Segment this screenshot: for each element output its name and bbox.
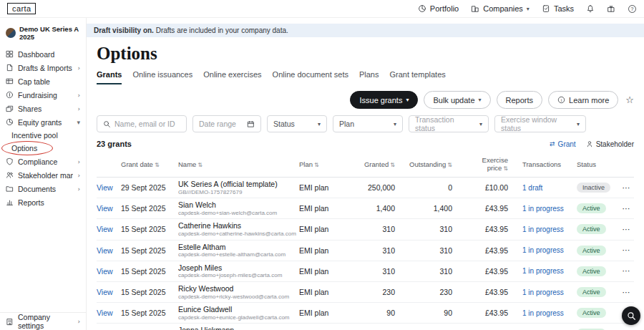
outstanding-cell: 310 <box>402 246 459 255</box>
sidebar-item-stakeholder-management[interactable]: Stakeholder management › <box>0 168 86 182</box>
exercise-price-cell: £43.95 <box>459 309 515 317</box>
status-filter[interactable]: Status ▾ <box>267 115 327 132</box>
transactions-link[interactable]: 1 in progress <box>515 309 577 317</box>
exercise-price-cell: £43.95 <box>459 267 515 276</box>
plan-cell: EMI plan <box>299 225 352 233</box>
grant-date-cell: 15 Sept 2025 <box>121 267 178 276</box>
reports-button[interactable]: Reports <box>497 91 543 109</box>
sidebar-item-shares[interactable]: Shares › <box>0 102 86 115</box>
row-menu-button[interactable]: ⋯ <box>618 225 634 234</box>
sidebar-item-reports[interactable]: Reports <box>0 195 86 209</box>
sidebar-item-label: Documents <box>18 185 73 193</box>
col-granted[interactable]: Granted⇅ <box>352 160 402 168</box>
sort-icon: ⇅ <box>314 162 319 168</box>
page-title: Options <box>97 44 634 64</box>
tab-online-issuances[interactable]: Online issuances <box>132 70 192 84</box>
favorite-star-icon[interactable]: ☆ <box>625 94 634 105</box>
bar-chart-icon <box>6 198 14 206</box>
sidebar-item-equity-grants[interactable]: Equity grants ▾ <box>0 115 86 129</box>
tab-online-exercises[interactable]: Online exercises <box>203 70 261 84</box>
document-icon <box>6 64 14 72</box>
sidebar-item-fundraising[interactable]: Fundraising › <box>0 88 86 102</box>
sidebar-subitem-label: Options <box>11 144 37 152</box>
row-menu-button[interactable]: ⋯ <box>618 246 634 255</box>
tab-grant-templates[interactable]: Grant templates <box>390 70 446 84</box>
transactions-link[interactable]: 1 in progress <box>515 267 577 275</box>
col-outstanding[interactable]: Outstanding⇅ <box>402 160 459 168</box>
money-icon <box>6 91 14 99</box>
date-range-filter[interactable]: Date range <box>192 115 261 132</box>
grant-subtext: capdesk-demo+joseph-miles@carta.com <box>178 272 299 279</box>
plan-cell: EMI plan <box>299 288 352 296</box>
chevron-right-icon: › <box>77 158 80 165</box>
draft-visibility-banner: Draft visibility on. Drafts are included… <box>87 24 644 37</box>
transactions-link[interactable]: 1 in progress <box>515 205 577 213</box>
sidebar-subitem-options[interactable]: Options <box>0 142 86 155</box>
notifications-button[interactable] <box>586 4 595 13</box>
chevron-right-icon: › <box>77 64 80 72</box>
transactions-link[interactable]: 1 in progress <box>515 225 577 233</box>
tab-plans[interactable]: Plans <box>359 70 379 84</box>
sidebar-item-label: Stakeholder management <box>18 171 73 180</box>
sidebar-item-compliance[interactable]: Compliance › <box>0 155 86 168</box>
sidebar-item-documents[interactable]: Documents › <box>0 182 86 195</box>
magnifier-icon <box>627 311 636 321</box>
grant-view-toggle[interactable]: ⇄ Grant <box>550 140 576 148</box>
col-grant-date[interactable]: Grant date⇅ <box>121 160 178 168</box>
search-field[interactable] <box>97 115 187 132</box>
nav-portfolio[interactable]: Portfolio <box>418 4 459 13</box>
tab-online-document-sets[interactable]: Online document sets <box>273 70 348 84</box>
company-switcher[interactable]: Demo UK Series A 2025 <box>0 24 86 47</box>
view-link[interactable]: View <box>97 309 113 317</box>
sidebar-item-dashboard[interactable]: Dashboard <box>0 47 86 61</box>
stakeholder-view-toggle[interactable]: Stakeholder <box>586 140 634 148</box>
learn-more-button[interactable]: i Learn more <box>548 91 618 109</box>
row-menu-button[interactable]: ⋯ <box>618 266 634 276</box>
granted-cell: 310 <box>352 246 402 255</box>
name-cell: Jenna Hickmann capdesk-demo+jenna-hickma… <box>178 326 299 330</box>
transactions-link[interactable]: 1 in progress <box>515 288 577 296</box>
exercise-price-cell: £43.95 <box>459 246 515 255</box>
plan-filter[interactable]: Plan ▾ <box>333 115 403 132</box>
row-menu-button[interactable]: ⋯ <box>618 183 634 193</box>
tab-grants[interactable]: Grants <box>97 70 122 84</box>
floating-help-button[interactable] <box>622 306 640 325</box>
view-link[interactable]: View <box>97 267 113 276</box>
view-link[interactable]: View <box>97 246 113 255</box>
view-link[interactable]: View <box>97 204 113 213</box>
layers-icon <box>6 105 14 112</box>
row-menu-button[interactable]: ⋯ <box>618 288 634 297</box>
search-input[interactable] <box>114 120 180 128</box>
grant-subtext: capdesk-demo+sian-welch@carta.com <box>178 210 299 217</box>
exercise-window-status-filter[interactable]: Exercise window status ▾ <box>494 115 586 132</box>
company-avatar <box>6 28 16 38</box>
whats-new-button[interactable] <box>607 4 615 13</box>
chevron-down-icon: ▾ <box>394 121 396 127</box>
nav-tasks[interactable]: Tasks <box>542 4 574 13</box>
row-menu-button[interactable]: ⋯ <box>618 204 634 213</box>
outstanding-cell: 310 <box>402 225 459 233</box>
sidebar-item-company-settings[interactable]: Company settings › <box>0 312 86 330</box>
table-body: View 29 Sept 2025 UK Series A (official … <box>97 178 634 330</box>
sidebar-item-cap-table[interactable]: Cap table <box>0 74 86 88</box>
transactions-link[interactable]: 1 in progress <box>515 246 577 254</box>
nav-companies[interactable]: Companies ▾ <box>471 4 530 13</box>
bulk-update-button[interactable]: Bulk update ▾ <box>424 91 490 109</box>
col-plan[interactable]: Plan⇅ <box>299 160 352 168</box>
transactions-link[interactable]: 1 draft <box>515 184 577 192</box>
status-badge: Active <box>577 266 606 276</box>
grant-name: Eunice Gladwell <box>178 305 299 314</box>
issue-grants-button[interactable]: Issue grants ▾ <box>350 91 418 109</box>
sidebar-item-drafts-imports[interactable]: Drafts & Imports › <box>0 61 86 74</box>
col-name[interactable]: Name⇅ <box>178 160 299 168</box>
view-link[interactable]: View <box>97 225 113 233</box>
help-button[interactable]: ? <box>628 4 637 14</box>
table-row: View 15 Sept 2025 Sian Welch capdesk-dem… <box>97 198 634 219</box>
carta-logo: carta <box>7 3 36 14</box>
grants-table: Grant date⇅ Name⇅ Plan⇅ Granted⇅ Outstan… <box>97 152 634 330</box>
transaction-status-filter[interactable]: Transaction status ▾ <box>409 115 489 132</box>
view-link[interactable]: View <box>97 288 113 296</box>
sidebar-subitem-incentive-pool[interactable]: Incentive pool <box>0 129 86 142</box>
col-exercise-price[interactable]: Exercise price⇅ <box>459 156 515 172</box>
view-link[interactable]: View <box>97 183 113 192</box>
